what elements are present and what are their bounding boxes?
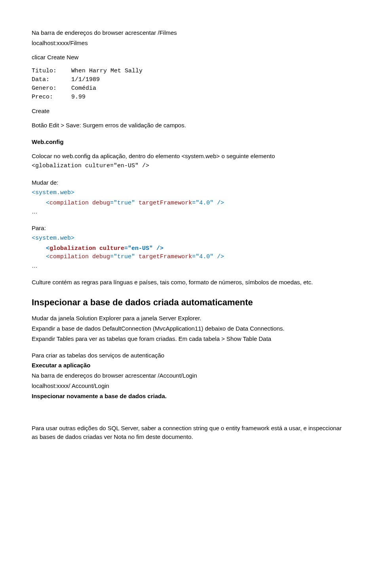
inspecionar-p4: Para criar as tabelas dos serviços de au… bbox=[32, 351, 348, 360]
webconfig-line-2: <globalization culture="en-US" /> bbox=[32, 162, 348, 170]
para-globalization: <globalization culture="en-US" /> bbox=[32, 244, 348, 253]
preco-value: 9.99 bbox=[71, 93, 86, 102]
inspecionar-p8: Inspecionar novamente a base de dados cr… bbox=[32, 392, 348, 401]
para-ellipsis: … bbox=[32, 261, 348, 270]
inspecionar-p6: Na barra de endereços do browser acresce… bbox=[32, 371, 348, 380]
intro-block: Na barra de endereços do browser acresce… bbox=[32, 28, 348, 47]
edit-note: Botão Edit > Save: Surgem erros de valid… bbox=[32, 121, 348, 130]
genero-label: Genero: bbox=[32, 84, 71, 93]
para-compilation: <compilation debug="true" targetFramewor… bbox=[32, 253, 348, 261]
preco-label: Preco: bbox=[32, 93, 71, 102]
titulo-value: When Harry Met Sally bbox=[71, 67, 142, 76]
webconfig-desc: Colocar no web.config da aplicação, dent… bbox=[32, 152, 348, 171]
mudar-ellipsis: … bbox=[32, 207, 348, 216]
para-open: <system.web> bbox=[32, 234, 348, 243]
inspecionar-p1: Mudar da janela Solution Explorer para a… bbox=[32, 314, 348, 323]
intro-line-2: localhost:xxxx/Filmes bbox=[32, 39, 348, 47]
form-values: Titulo: When Harry Met Sally Data: 1/1/1… bbox=[32, 67, 348, 101]
inspecionar-p3: Expandir Tables para ver as tabelas que … bbox=[32, 335, 348, 343]
intro-line-1: Na barra de endereços do browser acresce… bbox=[32, 28, 348, 37]
inspecionar-p7: localhost:xxxx/ Account/Login bbox=[32, 382, 348, 390]
create-action: Create bbox=[32, 107, 348, 115]
inspecionar-p5: Executar a aplicação bbox=[32, 361, 348, 370]
data-label: Data: bbox=[32, 76, 71, 84]
final-note: Para usar outras edições do SQL Server, … bbox=[32, 424, 348, 441]
para-label: Para: bbox=[32, 224, 348, 233]
inspecionar-block-1: Mudar da janela Solution Explorer para a… bbox=[32, 314, 348, 343]
para-block: Para: <system.web> <globalization cultur… bbox=[32, 224, 348, 270]
webconfig-title: Web.config bbox=[32, 138, 348, 146]
inspecionar-block-2: Para criar as tabelas dos serviços de au… bbox=[32, 351, 348, 401]
mudar-compilation: <compilation debug="true" targetFramewor… bbox=[32, 199, 348, 208]
titulo-label: Titulo: bbox=[32, 67, 71, 76]
click-instruction: clicar Create New bbox=[32, 53, 348, 62]
culture-note: Culture contém as regras para línguas e … bbox=[32, 278, 348, 287]
mudar-open: <system.web> bbox=[32, 189, 348, 197]
mudar-block: Mudar de: <system.web> <compilation debu… bbox=[32, 178, 348, 216]
data-value: 1/1/1989 bbox=[71, 76, 100, 84]
mudar-label: Mudar de: bbox=[32, 178, 348, 187]
webconfig-line-1: Colocar no web.config da aplicação, dent… bbox=[32, 152, 348, 161]
inspecionar-p2: Expandir a base de dados DefaultConnecti… bbox=[32, 324, 348, 333]
inspecionar-title: Inspecionar a base de dados criada autom… bbox=[32, 296, 348, 309]
genero-value: Comédia bbox=[71, 84, 96, 93]
